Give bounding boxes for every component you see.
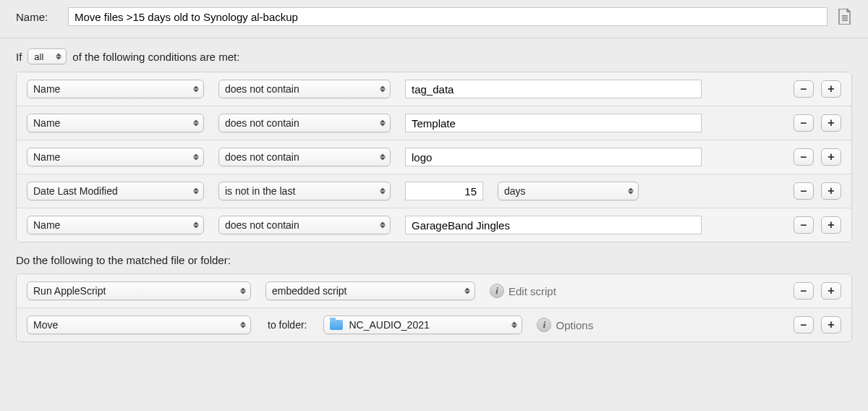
updown-icon xyxy=(239,322,247,329)
conditions-section: If all of the following conditions are m… xyxy=(0,38,868,345)
add-condition-button[interactable]: + xyxy=(821,80,841,98)
destination-folder-select[interactable]: NC_AUDIO_2021 xyxy=(323,315,522,334)
updown-icon xyxy=(239,288,247,295)
name-row: Name: xyxy=(0,0,868,38)
condition-operator-select[interactable]: does not contain xyxy=(218,80,391,98)
condition-attribute-select[interactable]: Name xyxy=(27,114,204,132)
action-script-select[interactable]: embedded script xyxy=(265,281,475,300)
condition-attribute-select[interactable]: Name xyxy=(27,80,204,98)
remove-condition-button[interactable]: – xyxy=(793,114,814,132)
select-value: Name xyxy=(33,83,60,95)
updown-icon xyxy=(378,188,387,195)
updown-icon xyxy=(54,54,63,60)
select-value: does not contain xyxy=(225,83,299,95)
updown-icon xyxy=(510,322,519,329)
condition-row: Date Last Modified is not in the last da… xyxy=(17,174,851,208)
condition-attribute-select[interactable]: Date Last Modified xyxy=(27,182,204,200)
action-row: Move to folder: NC_AUDIO_2021 i Options … xyxy=(17,308,851,342)
select-value: embedded script xyxy=(272,285,347,297)
add-action-button[interactable]: + xyxy=(821,282,841,300)
conditions-header: If all of the following conditions are m… xyxy=(16,48,852,64)
select-value: does not contain xyxy=(225,117,299,129)
condition-value-input[interactable] xyxy=(405,80,702,98)
if-scope-select[interactable]: all xyxy=(27,48,67,64)
updown-icon xyxy=(192,222,200,229)
condition-operator-select[interactable]: does not contain xyxy=(218,114,391,132)
add-action-button[interactable]: + xyxy=(821,316,841,334)
remove-condition-button[interactable]: – xyxy=(793,216,814,234)
condition-number-input[interactable] xyxy=(405,182,483,200)
to-folder-label: to folder: xyxy=(265,319,309,331)
select-value: Name xyxy=(33,151,60,163)
remove-condition-button[interactable]: – xyxy=(793,182,814,200)
updown-icon xyxy=(626,188,635,195)
condition-row: Name does not contain – + xyxy=(17,72,851,106)
info-icon: i xyxy=(537,318,551,332)
conditions-list: Name does not contain – + Name does not … xyxy=(16,72,852,242)
rule-name-input[interactable] xyxy=(68,7,827,26)
select-value: days xyxy=(504,185,526,197)
condition-value-input[interactable] xyxy=(405,216,702,234)
remove-action-button[interactable]: – xyxy=(793,316,814,334)
updown-icon xyxy=(463,288,472,295)
condition-row: Name does not contain – + xyxy=(17,208,851,242)
remove-condition-button[interactable]: – xyxy=(793,148,814,166)
select-value: NC_AUDIO_2021 xyxy=(349,319,429,331)
if-label-pre: If xyxy=(16,51,22,63)
condition-attribute-select[interactable]: Name xyxy=(27,216,204,234)
folder-icon xyxy=(330,320,343,330)
if-label-post: of the following conditions are met: xyxy=(72,51,239,63)
if-scope-value: all xyxy=(34,51,43,62)
action-row: Run AppleScript embedded script i Edit s… xyxy=(17,274,851,308)
options-link[interactable]: i Options xyxy=(537,318,593,332)
remove-action-button[interactable]: – xyxy=(793,282,814,300)
updown-icon xyxy=(192,154,200,161)
updown-icon xyxy=(192,120,200,127)
condition-operator-select[interactable]: does not contain xyxy=(218,148,391,166)
select-value: Run AppleScript xyxy=(33,285,106,297)
condition-attribute-select[interactable]: Name xyxy=(27,148,204,166)
select-value: Move xyxy=(33,319,58,331)
select-value: Date Last Modified xyxy=(33,185,118,197)
select-value: does not contain xyxy=(225,151,299,163)
updown-icon xyxy=(192,86,200,93)
add-condition-button[interactable]: + xyxy=(821,148,841,166)
action-type-select[interactable]: Run AppleScript xyxy=(27,281,251,300)
actions-caption: Do the following to the matched file or … xyxy=(16,254,852,266)
condition-row: Name does not contain – + xyxy=(17,140,851,174)
select-value: Name xyxy=(33,219,60,231)
updown-icon xyxy=(378,222,387,229)
updown-icon xyxy=(378,120,387,127)
add-condition-button[interactable]: + xyxy=(821,114,841,132)
info-icon: i xyxy=(490,284,504,298)
updown-icon xyxy=(192,188,200,195)
select-value: Name xyxy=(33,117,60,129)
add-condition-button[interactable]: + xyxy=(821,182,841,200)
options-label: Options xyxy=(556,319,593,331)
edit-script-link[interactable]: i Edit script xyxy=(490,284,556,298)
action-type-select[interactable]: Move xyxy=(27,315,251,334)
remove-condition-button[interactable]: – xyxy=(793,80,814,98)
condition-value-input[interactable] xyxy=(405,148,702,166)
edit-script-label: Edit script xyxy=(509,285,556,297)
select-value: is not in the last xyxy=(225,185,295,197)
condition-operator-select[interactable]: is not in the last xyxy=(218,182,391,200)
actions-list: Run AppleScript embedded script i Edit s… xyxy=(16,274,852,342)
name-label: Name: xyxy=(16,11,58,23)
notes-icon[interactable] xyxy=(838,8,852,25)
condition-unit-select[interactable]: days xyxy=(498,182,639,200)
condition-row: Name does not contain – + xyxy=(17,106,851,140)
condition-operator-select[interactable]: does not contain xyxy=(218,216,391,234)
select-value: does not contain xyxy=(225,219,299,231)
updown-icon xyxy=(378,86,387,93)
add-condition-button[interactable]: + xyxy=(821,216,841,234)
updown-icon xyxy=(378,154,387,161)
condition-value-input[interactable] xyxy=(405,114,702,132)
